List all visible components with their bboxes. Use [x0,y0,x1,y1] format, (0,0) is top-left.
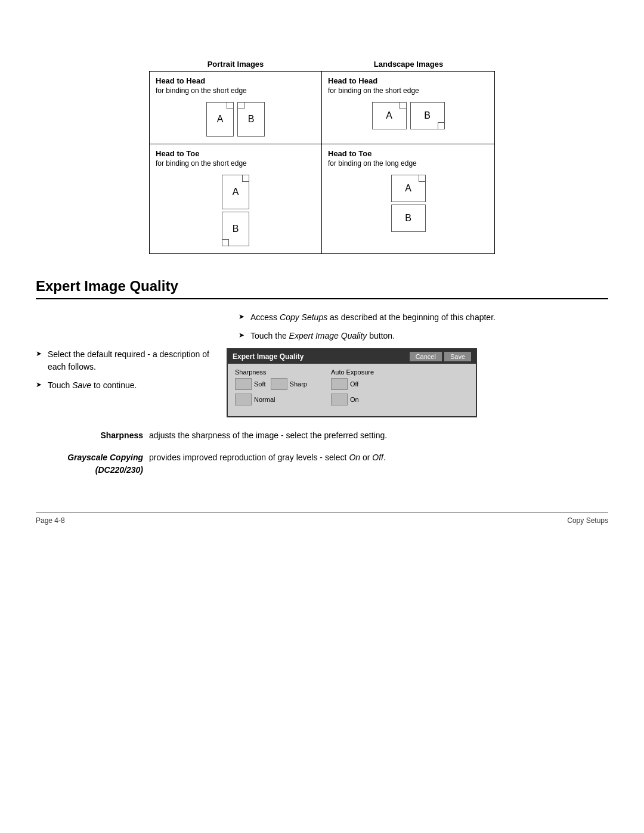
bullet-2: Touch the Expert Image Quality button. [239,330,608,342]
off-option[interactable]: Off [331,378,358,390]
footer: Page 4-8 Copy Setups [36,512,608,525]
paper-a: A [206,102,234,137]
hth-landscape-title: Head to Head [328,76,377,85]
ui-mockup: Expert Image Quality Cancel Save Sharpne… [227,348,477,417]
sharp-option[interactable]: Sharp [271,378,307,390]
on-swatch [331,394,348,405]
left-bullets: Select the default required - a descript… [36,348,215,392]
grayscale-desc: Grayscale Copying(DC220/230) provides im… [36,451,608,476]
landscape-header: Landscape Images [322,60,495,69]
htt-portrait-papers: A B [222,175,249,246]
hth-landscape-papers: A B [372,102,445,129]
htt-portrait-title: Head to Toe [156,149,199,158]
htt-portrait-subtitle: for binding on the short edge [156,159,247,168]
hth-landscape-cell: Head to Head for binding on the short ed… [322,72,494,144]
ui-header-buttons: Cancel Save [410,352,471,361]
htt-portrait-cell: Head to Toe for binding on the short edg… [150,144,322,253]
sharpness-row1: Soft Sharp [235,378,307,390]
htt-landscape-title: Head to Toe [328,149,371,158]
hth-portrait-papers: A B [206,102,265,137]
sharpness-section: Sharpness Soft Sharp [235,368,307,409]
off-swatch [331,378,348,390]
hth-portrait-title: Head to Head [156,76,205,85]
sharpness-label: Sharpness [235,368,307,376]
hth-portrait-cell: Head to Head for binding on the short ed… [150,72,322,144]
normal-swatch [235,394,252,405]
paper-lb: B [410,102,445,129]
paper-lva: A [391,175,426,202]
section-title: Expert Image Quality [36,278,608,299]
portrait-header: Portrait Images [149,60,322,69]
hth-landscape-subtitle: for binding on the short edge [328,86,419,95]
ui-body: Sharpness Soft Sharp [228,364,476,416]
paper-b: B [237,102,265,137]
htt-landscape-papers: A B [391,175,426,232]
soft-label: Soft [254,380,266,388]
auto-exposure-section: Auto Exposure Off On [331,368,374,409]
htt-landscape-cell: Head to Toe for binding on the long edge… [322,144,494,253]
htt-row: Head to Toe for binding on the short edg… [150,144,494,253]
sharp-swatch [271,378,287,390]
left-column: Select the default required - a descript… [36,348,215,417]
two-col-layout: Select the default required - a descript… [36,348,608,417]
auto-exposure-row1: Off [331,378,374,390]
on-option[interactable]: On [331,394,359,405]
hth-portrait-subtitle: for binding on the short edge [156,86,247,95]
cancel-button[interactable]: Cancel [410,352,442,361]
paper-lvb: B [391,205,426,232]
left-bullet-1: Select the default required - a descript… [36,348,215,373]
left-bullet-2: Touch Save to continue. [36,379,215,392]
sharpness-desc-text: adjusts the sharpness of the image - sel… [149,429,608,442]
soft-option[interactable]: Soft [235,378,266,390]
normal-label: Normal [254,396,275,403]
on-label: On [350,396,359,403]
footer-right: Copy Setups [567,516,608,525]
auto-exposure-label: Auto Exposure [331,368,374,376]
hth-row: Head to Head for binding on the short ed… [150,72,494,144]
off-label: Off [350,380,358,388]
paper-va: A [222,175,249,209]
bullet-1: Access Copy Setups as described at the b… [239,311,608,324]
diagram-grid: Head to Head for binding on the short ed… [149,71,495,254]
save-button[interactable]: Save [444,352,471,361]
auto-exposure-row2: On [331,394,374,405]
ui-section-row: Sharpness Soft Sharp [235,368,469,409]
descriptions: Sharpness adjusts the sharpness of the i… [36,429,608,476]
sharp-label: Sharp [290,380,307,388]
normal-option[interactable]: Normal [235,394,275,405]
grayscale-desc-label: Grayscale Copying(DC220/230) [36,451,143,476]
sharpness-desc: Sharpness adjusts the sharpness of the i… [36,429,608,442]
htt-landscape-subtitle: for binding on the long edge [328,159,417,168]
ui-title: Expert Image Quality [233,352,304,361]
grayscale-desc-text: provides improved reproduction of gray l… [149,451,608,476]
column-headers: Portrait Images Landscape Images [149,60,495,69]
eiq-section: Expert Image Quality Access Copy Setups … [36,278,608,476]
diagram-section: Portrait Images Landscape Images Head to… [36,60,608,254]
paper-vb: B [222,212,249,246]
ui-header: Expert Image Quality Cancel Save [228,349,476,364]
sharpness-desc-label: Sharpness [36,429,143,442]
paper-la: A [372,102,407,129]
footer-left: Page 4-8 [36,516,65,525]
top-bullets: Access Copy Setups as described at the b… [239,311,608,342]
sharpness-row2: Normal [235,394,307,405]
soft-swatch [235,378,252,390]
